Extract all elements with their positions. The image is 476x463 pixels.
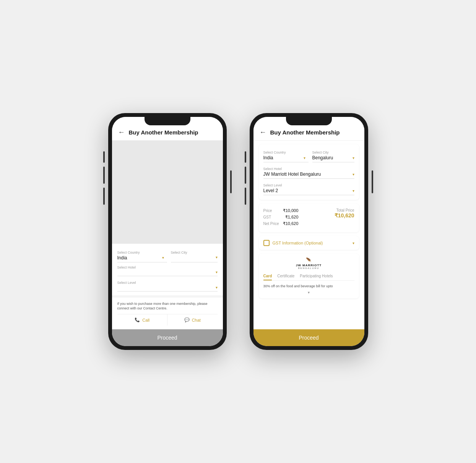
proceed-button-1[interactable]: Proceed (112, 329, 223, 346)
price-label: Price (263, 209, 272, 213)
back-button-2[interactable]: ← (260, 128, 266, 136)
chat-icon: 💬 (184, 317, 190, 322)
gst-chevron: ▾ (353, 241, 354, 245)
chat-button[interactable]: 💬 Chat (167, 314, 218, 325)
city-chevron-2: ▾ (353, 156, 354, 160)
phone-2: ← Buy Another Membership Select Country … (250, 113, 368, 350)
country-value-2: India (263, 155, 273, 160)
gst-info-label: GST Information (Optional) (273, 241, 323, 245)
level-chevron-2: ▾ (353, 189, 354, 193)
tabs-row: Card Certificate Participating Hotels (263, 272, 354, 281)
proceed-button-2[interactable]: Proceed (253, 329, 364, 346)
call-icon: 📞 (135, 317, 140, 322)
city-value-2: Bengaluru (312, 155, 333, 160)
total-price-value: ₹10,620 (335, 212, 354, 219)
notch-2 (286, 117, 332, 125)
hotel-logo-main: JW MARRIOTT (263, 264, 354, 267)
phone-1: ← Buy Another Membership Select Country … (108, 113, 227, 350)
level-value-2: Level 2 (263, 188, 278, 193)
net-price-label: Net Price (263, 222, 279, 226)
call-button[interactable]: 📞 Call (117, 314, 167, 325)
city-chevron: ▾ (216, 255, 218, 259)
city-label: Select City (171, 251, 218, 254)
page-title-1: Buy Another Membership (129, 129, 198, 136)
hotel-chevron: ▾ (216, 270, 218, 274)
hotel-logo: 🪶 JW MARRIOTT BENGALURU (263, 257, 354, 269)
city-field[interactable]: Select City ▾ (171, 249, 218, 262)
price-value: ₹10,000 (283, 208, 299, 213)
total-price-label: Total Price (335, 208, 354, 212)
page-title-2: Buy Another Membership (270, 129, 340, 136)
level-label: Select Level (117, 281, 218, 285)
gst-value: ₹1,620 (285, 215, 299, 220)
net-price-value: ₹10,620 (283, 221, 299, 226)
chat-label: Chat (192, 318, 201, 322)
country-value: India (117, 255, 127, 261)
tab-certificate[interactable]: Certificate (277, 272, 294, 280)
info-text: If you wish to purchase more than one me… (117, 302, 208, 311)
country-field[interactable]: Select Country India ▾ (117, 249, 167, 262)
level-chevron: ▾ (216, 285, 218, 290)
level-label-2: Select Level (263, 183, 354, 187)
form-card-1: Select Country India ▾ Select City ▾ (112, 244, 223, 295)
hotel-field-2[interactable]: Select Hotel JW Marriott Hotel Bengaluru… (263, 165, 354, 179)
country-chevron: ▾ (162, 256, 164, 260)
hotel-label: Select Hotel (117, 265, 218, 269)
info-box: If you wish to purchase more than one me… (112, 295, 223, 329)
hotel-logo-sub: BENGALURU (263, 267, 354, 269)
gst-label: GST (263, 215, 271, 219)
back-button-1[interactable]: ← (118, 128, 125, 136)
hotel-field[interactable]: Select Hotel ▾ (117, 264, 218, 276)
gst-card[interactable]: GST Information (Optional) ▾ (259, 236, 359, 250)
level-field[interactable]: Select Level ▾ (117, 279, 218, 291)
country-label: Select Country (117, 251, 164, 254)
country-field-2[interactable]: Select Country India ▾ (263, 149, 309, 162)
city-label-2: Select City (312, 151, 354, 154)
benefit-text: 30% off on the food and beverage bill fo… (263, 284, 354, 289)
country-label-2: Select Country (263, 151, 305, 154)
hotel-value-2: JW Marriott Hotel Bengaluru (263, 172, 321, 177)
hotel-logo-icon: 🪶 (263, 257, 354, 263)
benefit-expand-icon[interactable]: ▾ (263, 290, 354, 295)
placeholder-area (112, 141, 223, 244)
city-field-2[interactable]: Select City Bengaluru ▾ (312, 149, 354, 162)
gst-checkbox[interactable] (263, 240, 270, 246)
price-card: Price ₹10,000 GST ₹1,620 Net Price ₹10,6… (259, 204, 359, 232)
hotel-label-2: Select Hotel (263, 167, 354, 171)
select-card: Select Country India ▾ Select City Benga… (259, 144, 359, 200)
hotel-card: 🪶 JW MARRIOTT BENGALURU Card Certificate… (259, 254, 359, 298)
tab-participating-hotels[interactable]: Participating Hotels (300, 272, 333, 280)
hotel-chevron-2: ▾ (353, 172, 354, 176)
level-field-2[interactable]: Select Level Level 2 ▾ (263, 182, 354, 195)
country-chevron-2: ▾ (304, 156, 305, 160)
tab-card[interactable]: Card (263, 272, 272, 280)
notch (145, 117, 190, 125)
call-label: Call (142, 318, 149, 322)
